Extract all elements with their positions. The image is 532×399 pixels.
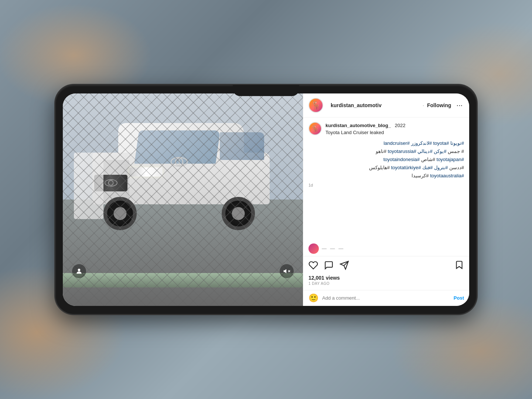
- header-dot: ·: [423, 102, 424, 108]
- post-section: 🦌 kurdistan_automotiv · Following ··· 🦌: [303, 93, 469, 306]
- fence-overlay: [63, 93, 303, 306]
- phone-device: 🦌 kurdistan_automotiv · Following ··· 🦌: [55, 85, 477, 314]
- post-header: 🦌 kurdistan_automotiv · Following ···: [303, 93, 469, 117]
- caption-hashtags: #تويوتا #toyota #لاندكروزر #landcruiser …: [308, 139, 464, 180]
- caption-username[interactable]: kurdistan_automotive_blog_: [325, 123, 391, 128]
- video-person-button[interactable]: [72, 264, 86, 278]
- caption-header: 🦌 kurdistan_automotive_blog_ 2022 Toyota…: [308, 122, 464, 136]
- comment-button[interactable]: [324, 260, 334, 272]
- video-mute-button[interactable]: [280, 264, 294, 278]
- caption-text-block: kurdistan_automotive_blog_ 2022 Toyota L…: [325, 122, 464, 136]
- like-button[interactable]: [308, 260, 318, 272]
- comment-preview-dots: — — —: [322, 246, 344, 251]
- header-username[interactable]: kurdistan_automotiv: [331, 102, 420, 108]
- caption-avatar[interactable]: 🦌: [308, 122, 322, 135]
- following-button[interactable]: Following: [427, 102, 451, 108]
- comment-preview: — — —: [303, 241, 469, 256]
- comment-input[interactable]: [322, 295, 454, 301]
- comment-avatar: [308, 243, 319, 254]
- post-comment-button[interactable]: Post: [454, 295, 464, 301]
- header-avatar[interactable]: 🦌: [308, 98, 323, 113]
- svg-point-3: [78, 269, 81, 271]
- caption-time: 1d: [308, 183, 464, 187]
- action-bar: 12,001 views 1 DAY AGO: [303, 256, 469, 290]
- emoji-button[interactable]: 🙂: [308, 293, 318, 303]
- time-ago: 1 DAY AGO: [308, 282, 464, 286]
- share-button[interactable]: [340, 260, 349, 272]
- comment-input-row: 🙂 Post: [303, 290, 469, 306]
- views-count: 12,001 views: [308, 275, 464, 281]
- phone-wrapper: 🦌 kurdistan_automotiv · Following ··· 🦌: [44, 66, 488, 332]
- action-left-group: [308, 260, 349, 272]
- video-section[interactable]: [63, 93, 303, 306]
- avatar-icon: 🦌: [311, 100, 321, 110]
- bookmark-button[interactable]: [454, 260, 464, 272]
- action-icons-row: [308, 260, 464, 272]
- post-caption: 🦌 kurdistan_automotive_blog_ 2022 Toyota…: [303, 117, 469, 241]
- more-options-button[interactable]: ···: [455, 101, 464, 109]
- phone-screen: 🦌 kurdistan_automotiv · Following ··· 🦌: [63, 93, 469, 306]
